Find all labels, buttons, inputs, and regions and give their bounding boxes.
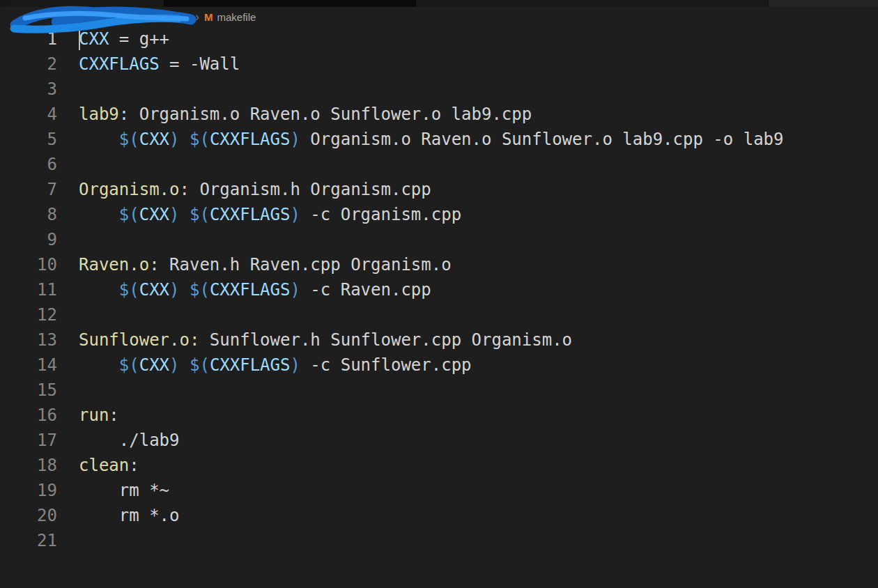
code-token-punc: $( bbox=[119, 280, 139, 300]
line-number: 20 bbox=[10, 503, 57, 528]
code-token-var: CXX bbox=[79, 29, 109, 49]
breadcrumb[interactable]: › M makefile bbox=[0, 7, 878, 26]
code-line[interactable]: 5 $(CXX) $(CXXFLAGS) Organism.o Raven.o … bbox=[0, 127, 878, 152]
code-token-text: Organism.o Raven.o Sunflower.o lab9.cpp … bbox=[300, 130, 784, 149]
code-token-punc: ) bbox=[290, 355, 300, 375]
code-token-text bbox=[180, 280, 190, 300]
code-line[interactable]: 19 rm *~ bbox=[0, 478, 878, 503]
editor[interactable]: 1CXX = g++2CXXFLAGS = -Wall34lab9: Organ… bbox=[0, 26, 878, 588]
breadcrumb-file-label[interactable]: makefile bbox=[217, 11, 256, 23]
code-token-punc: ) bbox=[169, 205, 179, 224]
code-token-target: clean bbox=[79, 456, 129, 475]
code-content: rm *~ bbox=[79, 478, 169, 503]
code-line[interactable]: 18clean: bbox=[0, 453, 878, 478]
code-token-punc: $( bbox=[119, 205, 139, 224]
code-token-text bbox=[79, 280, 119, 300]
code-content: $(CXX) $(CXXFLAGS) -c Raven.cpp bbox=[79, 277, 431, 302]
line-number: 19 bbox=[10, 478, 57, 503]
code-line[interactable]: 6 bbox=[0, 152, 878, 177]
code-token-punc: ) bbox=[290, 280, 300, 300]
code-token-var: CXXFLAGS bbox=[210, 355, 291, 375]
code-content: $(CXX) $(CXXFLAGS) -c Sunflower.cpp bbox=[79, 353, 472, 378]
code-token-var: CXXFLAGS bbox=[210, 280, 291, 300]
code-token-target: run bbox=[79, 405, 109, 425]
code-content: lab9: Organism.o Raven.o Sunflower.o lab… bbox=[79, 102, 532, 127]
code-line[interactable]: 16run: bbox=[0, 403, 878, 428]
code-token-text bbox=[180, 130, 190, 149]
line-number: 7 bbox=[10, 177, 57, 202]
code-token-text: : Organism.o Raven.o Sunflower.o lab9.cp… bbox=[119, 105, 532, 124]
code-token-text bbox=[79, 355, 119, 375]
code-token-punc: $( bbox=[119, 130, 139, 149]
code-content: $(CXX) $(CXXFLAGS) -c Organism.cpp bbox=[79, 202, 461, 227]
line-number: 2 bbox=[10, 52, 57, 77]
line-number: 5 bbox=[10, 127, 57, 152]
code-token-text: : Sunflower.h Sunflower.cpp Organism.o bbox=[190, 330, 572, 350]
code-content: $(CXX) $(CXXFLAGS) Organism.o Raven.o Su… bbox=[79, 127, 783, 152]
code-token-var: CXXFLAGS bbox=[210, 130, 291, 149]
code-token-punc: $( bbox=[190, 130, 210, 149]
line-number: 3 bbox=[10, 77, 57, 102]
code-line[interactable]: 21 bbox=[0, 528, 878, 553]
code-line[interactable]: 7Organism.o: Organism.h Organism.cpp bbox=[0, 177, 878, 202]
code-line[interactable]: 17 ./lab9 bbox=[0, 428, 878, 453]
code-token-text: : bbox=[129, 456, 139, 475]
code-line[interactable]: 2CXXFLAGS = -Wall bbox=[0, 52, 878, 77]
code-token-text: : Raven.h Raven.cpp Organism.o bbox=[149, 255, 451, 274]
code-token-text bbox=[180, 355, 190, 375]
code-line[interactable]: 11 $(CXX) $(CXXFLAGS) -c Raven.cpp bbox=[0, 277, 878, 302]
line-number: 18 bbox=[10, 453, 57, 478]
code-token-text: -c Organism.cpp bbox=[300, 205, 461, 224]
code-token-text bbox=[79, 205, 119, 224]
text-cursor bbox=[79, 28, 80, 50]
code-content: clean: bbox=[79, 453, 139, 478]
code-token-punc: ) bbox=[290, 130, 300, 149]
code-content: run: bbox=[79, 403, 119, 428]
code-line[interactable]: 15 bbox=[0, 378, 878, 403]
code-token-var: CXX bbox=[139, 130, 169, 149]
code-token-target: Sunflower.o bbox=[79, 330, 190, 350]
code-token-punc: ) bbox=[169, 355, 179, 375]
code-line[interactable]: 10Raven.o: Raven.h Raven.cpp Organism.o bbox=[0, 252, 878, 277]
code-content: Organism.o: Organism.h Organism.cpp bbox=[79, 177, 431, 202]
code-line[interactable]: 14 $(CXX) $(CXXFLAGS) -c Sunflower.cpp bbox=[0, 353, 878, 378]
code-token-var: CXX bbox=[139, 280, 169, 300]
code-line[interactable]: 3 bbox=[0, 77, 878, 102]
code-token-text: = g++ bbox=[109, 29, 169, 49]
code-token-var: CXX bbox=[139, 205, 169, 224]
code-token-text bbox=[180, 205, 190, 224]
code-line[interactable]: 4lab9: Organism.o Raven.o Sunflower.o la… bbox=[0, 102, 878, 127]
code-token-punc: ) bbox=[290, 205, 300, 224]
code-token-text: : Organism.h Organism.cpp bbox=[180, 180, 431, 199]
line-number: 16 bbox=[10, 403, 57, 428]
line-number: 1 bbox=[10, 26, 57, 52]
code-token-text: -c Sunflower.cpp bbox=[300, 355, 472, 375]
code-line[interactable]: 20 rm *.o bbox=[0, 503, 878, 528]
code-token-punc: $( bbox=[190, 355, 210, 375]
code-token-target: Organism.o bbox=[79, 180, 180, 199]
code-line[interactable]: 12 bbox=[0, 302, 878, 327]
line-number: 4 bbox=[10, 102, 57, 127]
code-content: Raven.o: Raven.h Raven.cpp Organism.o bbox=[79, 252, 452, 277]
code-token-punc: $( bbox=[190, 205, 210, 224]
code-content: rm *.o bbox=[79, 503, 180, 528]
code-token-text: : bbox=[109, 405, 118, 425]
code-line[interactable]: 13Sunflower.o: Sunflower.h Sunflower.cpp… bbox=[0, 327, 878, 353]
vscode-window: › M makefile 1CXX = g++2CXXFLAGS = -Wall… bbox=[0, 0, 878, 588]
code-token-target: lab9 bbox=[79, 105, 119, 124]
code-line[interactable]: 8 $(CXX) $(CXXFLAGS) -c Organism.cpp bbox=[0, 202, 878, 227]
makefile-icon: M bbox=[204, 11, 213, 23]
code-token-text: rm *~ bbox=[79, 481, 169, 500]
code-token-text: -c Raven.cpp bbox=[300, 280, 431, 300]
code-token-punc: $( bbox=[190, 280, 210, 300]
line-number: 9 bbox=[10, 227, 57, 252]
code-token-target: Raven.o bbox=[79, 255, 149, 274]
code-token-punc: ) bbox=[169, 280, 179, 300]
code-line[interactable]: 9 bbox=[0, 227, 878, 252]
code-line[interactable]: 1CXX = g++ bbox=[0, 26, 878, 52]
code-token-text: ./lab9 bbox=[79, 431, 180, 450]
code-token-var: CXXFLAGS bbox=[210, 205, 291, 224]
line-number: 15 bbox=[10, 378, 57, 403]
code-token-punc: ) bbox=[169, 130, 179, 149]
line-number: 12 bbox=[10, 302, 57, 327]
